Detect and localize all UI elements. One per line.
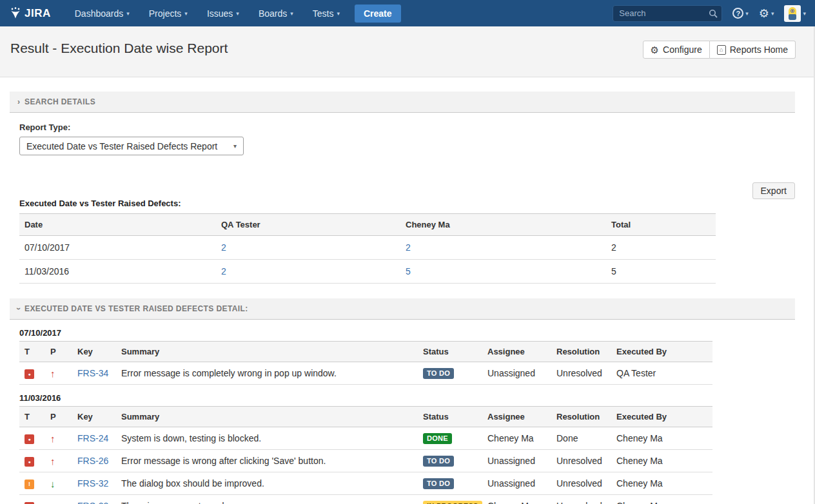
user-menu[interactable]: ▾ — [784, 5, 806, 22]
executed-by-cell: Cheney Ma — [611, 450, 712, 472]
detail-column-header: Summary — [116, 407, 418, 427]
nav-label: Issues — [207, 8, 233, 19]
detail-column-header: P — [45, 342, 72, 362]
status-badge: TO DO — [423, 456, 454, 467]
detail-section-label: EXECUTED DATE VS TESTER RAISED DEFECTS D… — [25, 304, 248, 313]
create-button[interactable]: Create — [355, 5, 401, 23]
report-type-value: Executed Date vs Tester Raised Defects R… — [26, 141, 217, 151]
defect-count-link[interactable]: 2 — [221, 242, 226, 253]
defect-count-link[interactable]: 5 — [406, 266, 411, 276]
bug-icon: ● — [25, 457, 34, 467]
summary-table: DateQA TesterCheney MaTotal 07/10/201722… — [19, 213, 716, 284]
key-cell: FRS-26 — [72, 450, 116, 472]
search-input[interactable] — [613, 5, 722, 22]
status-cell: TO DO — [418, 362, 482, 385]
nav-label: Tests — [313, 8, 334, 19]
export-button[interactable]: Export — [752, 182, 795, 199]
summary-column-header: Cheney Ma — [400, 214, 606, 236]
assignee-cell: Cheney Ma — [482, 427, 551, 450]
chevron-down-icon: › — [14, 307, 23, 310]
issue-key-link[interactable]: FRS-32 — [77, 478, 108, 489]
table-row: ●↑FRS-26Error message is wrong after cli… — [19, 450, 712, 472]
configure-button[interactable]: ⚙ Configure — [643, 41, 710, 59]
nav-projects[interactable]: Projects ▾ — [142, 5, 195, 23]
exclamation-icon: ! — [25, 480, 34, 489]
detail-column-header: T — [19, 407, 45, 427]
chevron-down-icon: ▾ — [290, 10, 293, 17]
issue-key-link[interactable]: FRS-24 — [77, 433, 108, 443]
help-menu[interactable]: ? ▾ — [732, 8, 749, 19]
bug-icon: ● — [25, 434, 34, 444]
detail-column-header: Executed By — [611, 407, 712, 427]
gear-icon: ⚙ — [651, 45, 659, 55]
table-row: ●↑FRS-24System is down, testing is block… — [19, 427, 712, 450]
issue-key-link[interactable]: FRS-23 — [77, 501, 108, 504]
nav-label: Projects — [149, 8, 182, 19]
nav-dashboards[interactable]: Dashboards ▾ — [68, 5, 137, 23]
summary-column-header: Total — [606, 214, 716, 236]
brand-text: JIRA — [25, 7, 51, 20]
settings-menu[interactable]: ⚙ ▾ — [759, 8, 774, 19]
nav-tests[interactable]: Tests ▾ — [306, 5, 347, 23]
assignee-cell: Unassigned — [482, 450, 551, 472]
priority-cell: ↑ — [45, 450, 72, 472]
summary-table-title: Executed Date vs Tester Raised Defects: — [19, 199, 181, 208]
issue-summary: Error message is wrong after clicking 'S… — [116, 450, 418, 472]
type-cell: ● — [19, 450, 45, 472]
defect-count-link[interactable]: 2 — [406, 242, 411, 253]
detail-column-header: Resolution — [551, 342, 611, 362]
priority-cell: ↑ — [45, 362, 72, 385]
nav-issues[interactable]: Issues ▾ — [200, 5, 246, 23]
chevron-down-icon: ▾ — [126, 10, 130, 17]
chevron-down-icon: ▾ — [184, 10, 188, 17]
nav-boards[interactable]: Boards ▾ — [251, 5, 300, 23]
table-row: 07/10/2017222 — [19, 236, 716, 260]
qa-tester-cell: 2 — [216, 260, 400, 284]
chevron-down-icon: ▾ — [803, 10, 806, 17]
priority-up-icon: ↑ — [50, 501, 55, 504]
defect-count-link[interactable]: 2 — [221, 266, 226, 276]
type-cell: ● — [19, 427, 45, 450]
detail-table: TPKeySummaryStatusAssigneeResolutionExec… — [19, 341, 712, 385]
detail-section-toggle[interactable]: › EXECUTED DATE VS TESTER RAISED DEFECTS… — [10, 298, 795, 320]
jira-logo[interactable]: JIRA — [9, 6, 51, 21]
chevron-down-icon: ▾ — [771, 10, 774, 17]
content: › SEARCH DETAILS Report Type: Executed D… — [0, 77, 815, 504]
detail-header-row: TPKeySummaryStatusAssigneeResolutionExec… — [19, 342, 712, 362]
search-details-toggle[interactable]: › SEARCH DETAILS — [10, 92, 795, 113]
detail-section: › EXECUTED DATE VS TESTER RAISED DEFECTS… — [10, 298, 795, 504]
chevron-down-icon: ▾ — [337, 10, 340, 17]
issue-key-link[interactable]: FRS-26 — [77, 456, 108, 466]
status-badge: DONE — [423, 433, 452, 444]
issue-key-link[interactable]: FRS-34 — [77, 368, 108, 378]
resolution-cell: Unresolved — [551, 472, 611, 495]
table-row: !↓FRS-32The dialog box should be improve… — [19, 472, 712, 495]
report-type-select[interactable]: Executed Date vs Tester Raised Defects R… — [19, 137, 244, 155]
bug-icon: ● — [25, 369, 34, 379]
issue-summary: There is no error returned. — [116, 495, 418, 504]
assignee-cell: Cheney Ma — [482, 495, 551, 504]
type-cell: ! — [19, 472, 45, 495]
gear-icon: ⚙ — [759, 8, 769, 19]
detail-table: TPKeySummaryStatusAssigneeResolutionExec… — [19, 406, 712, 504]
summary-column-header: Date — [19, 214, 216, 236]
header-actions: ⚙ Configure ⌂ Reports Home — [643, 41, 796, 59]
priority-up-icon: ↑ — [50, 433, 55, 444]
nav-label: Boards — [259, 8, 287, 19]
table-row: ●↑FRS-34Error message is completely wron… — [19, 362, 712, 385]
top-navbar: JIRA Dashboards ▾ Projects ▾ Issues ▾ Bo… — [0, 0, 815, 26]
status-cell: TO DO — [418, 450, 482, 472]
key-cell: FRS-23 — [72, 495, 116, 504]
issue-summary: System is down, testing is blocked. — [116, 427, 418, 450]
cheney-ma-cell: 5 — [400, 260, 606, 284]
type-cell: ● — [19, 495, 45, 504]
resolution-cell: Unresolved — [551, 495, 611, 504]
search-icon — [709, 9, 718, 18]
detail-header-row: TPKeySummaryStatusAssigneeResolutionExec… — [19, 407, 712, 427]
summary-header-row: DateQA TesterCheney MaTotal — [19, 214, 716, 236]
cheney-ma-cell: 2 — [400, 236, 606, 260]
reports-home-button[interactable]: ⌂ Reports Home — [710, 41, 796, 59]
nav-label: Dashboards — [75, 8, 124, 19]
executed-by-cell: Cheney Ma — [611, 427, 712, 450]
issue-summary: Error message is completely wrong in pop… — [116, 362, 418, 385]
